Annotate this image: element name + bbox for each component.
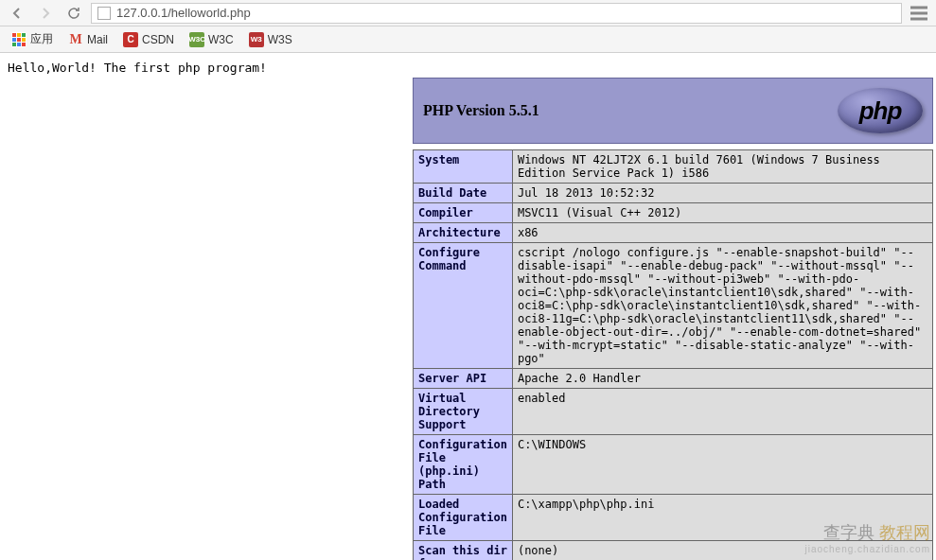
arrow-right-icon <box>38 6 53 21</box>
bookmark-label: W3S <box>268 33 292 46</box>
phpinfo-table: SystemWindows NT 42LJT2X 6.1 build 7601 … <box>413 149 933 560</box>
browser-menu-button[interactable] <box>908 2 930 25</box>
row-label: Compiler <box>414 203 513 223</box>
row-value: Apache 2.0 Handler <box>512 369 932 389</box>
table-row: Server APIApache 2.0 Handler <box>414 369 933 389</box>
php-version-title: PHP Version 5.5.1 <box>423 102 539 119</box>
row-label: Configuration File (php.ini) Path <box>414 435 513 495</box>
row-value: C:\xampp\php\php.ini <box>512 495 932 541</box>
table-row: Scan this dir for additional .ini files(… <box>414 541 933 561</box>
back-button[interactable] <box>6 2 28 25</box>
row-value: enabled <box>512 389 932 435</box>
bookmark-csdn[interactable]: C CSDN <box>117 29 180 50</box>
row-value: C:\WINDOWS <box>512 435 932 495</box>
table-row: Loaded Configuration FileC:\xampp\php\ph… <box>414 495 933 541</box>
bookmark-w3c[interactable]: W3C W3C <box>184 29 239 50</box>
apps-grid-icon <box>11 32 26 47</box>
menu-icon <box>908 2 930 25</box>
bookmark-mail[interactable]: M Mail <box>62 29 114 50</box>
arrow-left-icon <box>9 6 25 21</box>
row-label: Build Date <box>414 184 513 203</box>
row-value: cscript /nologo configure.js "--enable-s… <box>512 243 932 369</box>
table-row: Virtual Directory Supportenabled <box>414 389 933 435</box>
forward-button[interactable] <box>34 2 57 25</box>
row-label: System <box>414 150 513 184</box>
php-logo[interactable]: php <box>838 88 923 133</box>
bookmark-label: W3C <box>208 33 234 46</box>
bookmarks-bar: 应用 M Mail C CSDN W3C W3C W3 W3S <box>0 26 936 53</box>
row-value: MSVC11 (Visual C++ 2012) <box>512 203 932 223</box>
table-row: Architecturex86 <box>414 223 933 243</box>
phpinfo-container: PHP Version 5.5.1 php SystemWindows NT 4… <box>413 78 933 560</box>
bookmark-label: 应用 <box>30 31 53 47</box>
url-bar[interactable]: 127.0.0.1/helloworld.php <box>91 3 902 24</box>
bookmark-label: CSDN <box>142 33 174 46</box>
table-row: Build DateJul 18 2013 10:52:32 <box>414 184 933 203</box>
gmail-icon: M <box>68 32 83 47</box>
row-value: (none) <box>512 541 932 561</box>
row-label: Server API <box>414 369 513 389</box>
php-logo-text: php <box>859 96 902 126</box>
php-logo-icon: php <box>838 88 923 133</box>
csdn-icon: C <box>123 32 138 47</box>
row-value: Windows NT 42LJT2X 6.1 build 7601 (Windo… <box>512 150 932 184</box>
bookmark-w3s[interactable]: W3 W3S <box>243 29 298 50</box>
php-header: PHP Version 5.5.1 php <box>413 78 933 144</box>
bookmark-apps[interactable]: 应用 <box>6 28 59 50</box>
row-label: Loaded Configuration File <box>414 495 513 541</box>
page-icon <box>97 7 111 20</box>
reload-icon <box>66 6 81 21</box>
browser-toolbar: 127.0.0.1/helloworld.php <box>0 0 936 26</box>
reload-button[interactable] <box>62 2 85 25</box>
table-row: CompilerMSVC11 (Visual C++ 2012) <box>414 203 933 223</box>
table-row: Configure Commandcscript /nologo configu… <box>414 243 933 369</box>
row-label: Scan this dir for additional .ini files <box>414 541 513 561</box>
table-row: Configuration File (php.ini) PathC:\WIND… <box>414 435 933 495</box>
row-value: x86 <box>512 223 932 243</box>
row-label: Architecture <box>414 223 513 243</box>
table-row: SystemWindows NT 42LJT2X 6.1 build 7601 … <box>414 150 933 184</box>
row-label: Configure Command <box>414 243 513 369</box>
w3c-icon: W3C <box>189 32 204 47</box>
w3s-icon: W3 <box>249 32 264 47</box>
row-label: Virtual Directory Support <box>414 389 513 435</box>
hello-text: Hello,World! The first php program! <box>8 61 928 75</box>
url-text: 127.0.0.1/helloworld.php <box>116 6 251 20</box>
row-value: Jul 18 2013 10:52:32 <box>512 184 932 203</box>
bookmark-label: Mail <box>87 33 108 46</box>
